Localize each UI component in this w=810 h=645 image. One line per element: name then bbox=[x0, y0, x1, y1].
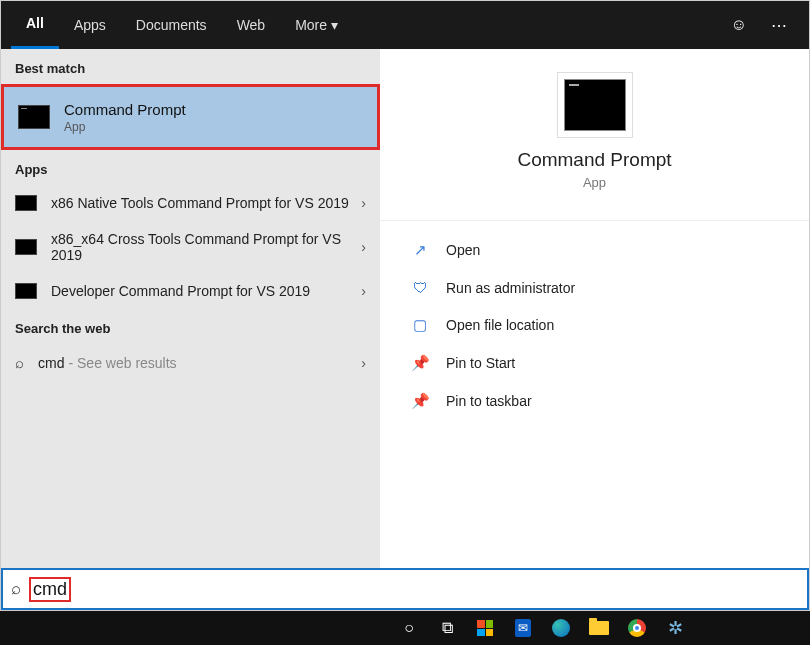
app-result-label: x86_x64 Cross Tools Command Prompt for V… bbox=[51, 231, 361, 263]
chevron-right-icon[interactable]: › bbox=[361, 239, 366, 255]
app-result-label: x86 Native Tools Command Prompt for VS 2… bbox=[51, 195, 361, 211]
web-result[interactable]: ⌕ cmd - See web results › bbox=[1, 344, 380, 381]
chevron-right-icon[interactable]: › bbox=[361, 195, 366, 211]
cortana-icon[interactable]: ○ bbox=[390, 611, 428, 645]
taskbar: ○ ⧉ ✉ ✲ bbox=[0, 611, 810, 645]
action-label: Pin to taskbar bbox=[446, 393, 532, 409]
best-match-sub: App bbox=[64, 120, 186, 134]
web-query: cmd bbox=[38, 355, 64, 371]
web-hint: - See web results bbox=[68, 355, 176, 371]
best-match-text: Command Prompt App bbox=[64, 101, 186, 134]
results-list: Best match Command Prompt App Apps x86 N… bbox=[1, 49, 380, 568]
tab-web[interactable]: Web bbox=[222, 1, 281, 49]
command-prompt-icon bbox=[18, 105, 50, 129]
command-prompt-icon bbox=[15, 283, 37, 299]
task-view-icon[interactable]: ⧉ bbox=[428, 611, 466, 645]
search-input-bar[interactable]: ⌕ cmd bbox=[1, 568, 809, 610]
app-result-0[interactable]: x86 Native Tools Command Prompt for VS 2… bbox=[1, 185, 380, 221]
action-label: Run as administrator bbox=[446, 280, 575, 296]
app-result-2[interactable]: Developer Command Prompt for VS 2019 › bbox=[1, 273, 380, 309]
tab-all[interactable]: All bbox=[11, 1, 59, 49]
search-icon: ⌕ bbox=[15, 354, 24, 371]
preview-title: Command Prompt bbox=[517, 149, 671, 171]
chrome-icon[interactable] bbox=[618, 611, 656, 645]
preview-header: Command Prompt App bbox=[380, 69, 809, 221]
chevron-right-icon[interactable]: › bbox=[361, 355, 366, 371]
microsoft-store-icon[interactable] bbox=[466, 611, 504, 645]
preview-actions: ↗ Open 🛡 Run as administrator ▢ Open fil… bbox=[380, 221, 809, 430]
tab-more[interactable]: More ▾ bbox=[280, 1, 353, 49]
edge-icon[interactable] bbox=[542, 611, 580, 645]
command-prompt-icon bbox=[15, 239, 37, 255]
best-match-item[interactable]: Command Prompt App bbox=[1, 84, 380, 150]
action-label: Open file location bbox=[446, 317, 554, 333]
search-query-highlight: cmd bbox=[29, 577, 71, 602]
tab-documents[interactable]: Documents bbox=[121, 1, 222, 49]
action-pin-start[interactable]: 📌 Pin to Start bbox=[380, 344, 809, 382]
search-body: Best match Command Prompt App Apps x86 N… bbox=[1, 49, 809, 568]
best-match-title: Command Prompt bbox=[64, 101, 186, 118]
header-web: Search the web bbox=[1, 309, 380, 344]
folder-icon: ▢ bbox=[410, 316, 430, 334]
feedback-icon[interactable]: ☺ bbox=[719, 16, 759, 34]
pin-icon: 📌 bbox=[410, 354, 430, 372]
preview-sub: App bbox=[583, 175, 606, 190]
pin-icon: 📌 bbox=[410, 392, 430, 410]
action-pin-taskbar[interactable]: 📌 Pin to taskbar bbox=[380, 382, 809, 420]
file-explorer-icon[interactable] bbox=[580, 611, 618, 645]
search-panel: All Apps Documents Web More ▾ ☺ ⋯ Best m… bbox=[0, 0, 810, 611]
open-icon: ↗ bbox=[410, 241, 430, 259]
command-prompt-icon bbox=[15, 195, 37, 211]
shield-icon: 🛡 bbox=[410, 279, 430, 296]
search-tabs: All Apps Documents Web More ▾ ☺ ⋯ bbox=[1, 1, 809, 49]
search-icon: ⌕ bbox=[3, 579, 29, 599]
header-apps: Apps bbox=[1, 150, 380, 185]
action-run-admin[interactable]: 🛡 Run as administrator bbox=[380, 269, 809, 306]
header-best-match: Best match bbox=[1, 49, 380, 84]
action-open[interactable]: ↗ Open bbox=[380, 231, 809, 269]
app-icon[interactable]: ✲ bbox=[656, 611, 694, 645]
action-label: Open bbox=[446, 242, 480, 258]
preview-pane: Command Prompt App ↗ Open 🛡 Run as admin… bbox=[380, 49, 809, 568]
action-open-location[interactable]: ▢ Open file location bbox=[380, 306, 809, 344]
chevron-right-icon[interactable]: › bbox=[361, 283, 366, 299]
app-result-1[interactable]: x86_x64 Cross Tools Command Prompt for V… bbox=[1, 221, 380, 273]
tab-apps[interactable]: Apps bbox=[59, 1, 121, 49]
mail-icon[interactable]: ✉ bbox=[504, 611, 542, 645]
app-result-label: Developer Command Prompt for VS 2019 bbox=[51, 283, 361, 299]
more-options-icon[interactable]: ⋯ bbox=[759, 16, 799, 35]
command-prompt-icon bbox=[564, 79, 626, 131]
action-label: Pin to Start bbox=[446, 355, 515, 371]
search-input[interactable]: cmd bbox=[33, 579, 67, 599]
